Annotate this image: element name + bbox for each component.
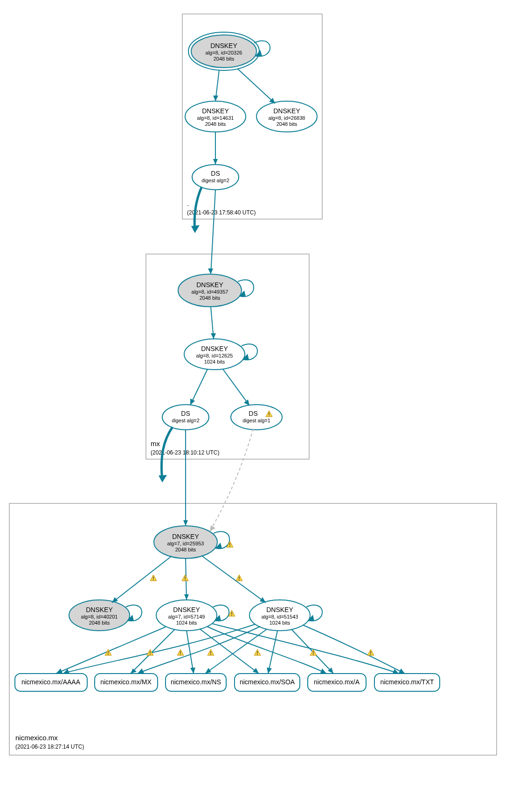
- rr-aaaa: nicmexico.mx/AAAA: [15, 674, 87, 691]
- svg-text:nicmexico.mx/SOA: nicmexico.mx/SOA: [240, 678, 295, 686]
- rr-mx: nicmexico.mx/MX: [95, 674, 158, 691]
- svg-marker-40: [211, 333, 216, 339]
- zone-nic-timestamp: (2021-06-23 18:27:14 UTC): [15, 743, 84, 750]
- svg-marker-92: [131, 668, 137, 674]
- svg-text:alg=8, id=12625: alg=8, id=12625: [196, 353, 233, 358]
- edge-nic-ksk-key2: [112, 556, 172, 603]
- svg-marker-95: [320, 668, 326, 674]
- svg-text:DNSKEY: DNSKEY: [202, 107, 229, 115]
- zone-nic-label: nicmexico.mx: [15, 734, 58, 742]
- svg-text:nicmexico.mx/MX: nicmexico.mx/MX: [100, 678, 152, 686]
- svg-text:alg=8, id=49357: alg=8, id=49357: [192, 289, 228, 295]
- svg-text:nicmexico.mx/TXT: nicmexico.mx/TXT: [380, 678, 434, 686]
- svg-text:alg=8, id=26838: alg=8, id=26838: [269, 115, 305, 121]
- edge-root-ds-mx: [211, 190, 215, 274]
- zone-root-timestamp: (2021-06-23 17:58:40 UTC): [187, 209, 256, 216]
- edge-root-ksk-key2: [238, 69, 275, 103]
- svg-text:DNSKEY: DNSKEY: [86, 606, 113, 613]
- svg-text:DS: DS: [249, 410, 257, 417]
- svg-text:1024 bits: 1024 bits: [176, 620, 197, 626]
- svg-marker-20: [191, 225, 200, 233]
- svg-text:digest alg=2: digest alg=2: [172, 418, 200, 423]
- svg-marker-99: [205, 668, 211, 674]
- svg-text:DS: DS: [181, 410, 190, 417]
- svg-marker-43: [159, 475, 167, 482]
- svg-text:alg=7, id=25953: alg=7, id=25953: [167, 541, 204, 546]
- edge-ziskb-txt: [303, 625, 405, 674]
- node-nic-ziska: DNSKEY alg=7, id=57149 1024 bits: [156, 600, 217, 631]
- svg-text:digest alg=1: digest alg=1: [242, 418, 270, 423]
- svg-marker-45: [210, 525, 215, 531]
- svg-text:2048 bits: 2048 bits: [89, 620, 110, 626]
- svg-text:DNSKEY: DNSKEY: [196, 281, 223, 289]
- svg-text:digest alg=2: digest alg=2: [201, 178, 229, 183]
- svg-text:DNSKEY: DNSKEY: [266, 606, 293, 613]
- edge-ziskb-soa: [268, 631, 277, 674]
- node-root-key2: DNSKEY alg=8, id=26838 2048 bits: [256, 101, 317, 132]
- svg-text:!: !: [268, 412, 270, 417]
- svg-text:!: !: [231, 612, 232, 617]
- svg-text:DNSKEY: DNSKEY: [273, 107, 300, 115]
- warning-icon: !: [236, 575, 242, 581]
- node-nic-ksk: DNSKEY alg=7, id=25953 2048 bits: [154, 526, 217, 558]
- svg-text:!: !: [107, 651, 109, 656]
- svg-text:!: !: [312, 651, 314, 656]
- svg-text:1024 bits: 1024 bits: [270, 620, 291, 626]
- svg-marker-42: [244, 399, 249, 406]
- svg-text:!: !: [152, 576, 154, 581]
- rr-soa: nicmexico.mx/SOA: [235, 674, 300, 691]
- svg-text:nicmexico.mx/AAAA: nicmexico.mx/AAAA: [21, 678, 81, 686]
- dnssec-diagram: . (2021-06-23 17:58:40 UTC) mx (2021-06-…: [0, 0, 505, 812]
- edge-ziska-ns: [187, 631, 194, 674]
- warning-icon: !: [177, 649, 184, 656]
- svg-text:!: !: [370, 651, 371, 656]
- svg-text:alg=7, id=57149: alg=7, id=57149: [168, 614, 205, 619]
- node-mx-zsk: DNSKEY alg=8, id=12625 1024 bits: [184, 339, 245, 370]
- svg-text:DNSKEY: DNSKEY: [173, 606, 200, 613]
- node-mx-ds2: DS digest alg=1: [231, 405, 282, 430]
- svg-text:!: !: [238, 576, 240, 581]
- svg-text:!: !: [256, 651, 258, 656]
- svg-marker-19: [213, 159, 218, 165]
- svg-text:2048 bits: 2048 bits: [205, 121, 226, 127]
- warning-icon: !: [150, 575, 157, 581]
- warning-icon: !: [208, 649, 214, 656]
- svg-marker-94: [253, 668, 259, 674]
- rr-a: nicmexico.mx/A: [308, 674, 366, 691]
- svg-text:DNSKEY: DNSKEY: [201, 345, 228, 352]
- node-nic-key2: DNSKEY alg=8, id=40201 2048 bits: [69, 600, 130, 631]
- svg-text:alg=8, id=20326: alg=8, id=20326: [206, 50, 242, 55]
- svg-text:2048 bits: 2048 bits: [175, 547, 196, 552]
- zone-nic-box: [9, 503, 497, 755]
- svg-text:nicmexico.mx/NS: nicmexico.mx/NS: [171, 678, 221, 686]
- warning-icon: !: [367, 649, 374, 656]
- svg-text:alg=8, id=14631: alg=8, id=14631: [197, 115, 234, 121]
- rr-ns: nicmexico.mx/NS: [166, 674, 226, 691]
- svg-marker-71: [184, 594, 189, 600]
- node-root-ksk: DNSKEY alg=8, id=20326 2048 bits: [188, 32, 259, 70]
- warning-icon: !: [182, 575, 188, 581]
- svg-marker-72: [260, 597, 266, 603]
- rr-txt: nicmexico.mx/TXT: [374, 674, 440, 691]
- node-root-zsk: DNSKEY alg=8, id=14631 2048 bits: [185, 101, 246, 132]
- svg-text:!: !: [180, 651, 181, 656]
- svg-text:DNSKEY: DNSKEY: [210, 42, 237, 49]
- edge-ziska-mx: [131, 629, 175, 674]
- svg-text:!: !: [184, 576, 186, 581]
- svg-text:DS: DS: [211, 170, 220, 177]
- edge-mx-zsk-ds1: [190, 369, 208, 405]
- edge-ziskb-mx: [138, 626, 260, 674]
- edge-ziska-aaaa: [56, 627, 166, 674]
- node-mx-ksk: DNSKEY alg=8, id=49357 2048 bits: [178, 274, 242, 307]
- zone-mx-label: mx: [151, 440, 160, 447]
- svg-point-35: [231, 405, 282, 430]
- svg-marker-100: [267, 667, 272, 674]
- node-nic-ziskb: DNSKEY alg=8, id=51543 1024 bits: [249, 600, 310, 631]
- svg-marker-44: [183, 520, 188, 526]
- svg-marker-93: [190, 667, 195, 674]
- svg-point-14: [192, 165, 239, 190]
- svg-text:alg=8, id=51543: alg=8, id=51543: [262, 614, 298, 619]
- zone-root-label: .: [187, 200, 189, 207]
- warning-icon: !: [228, 610, 235, 617]
- zone-mx-timestamp: (2021-06-23 18:10:12 UTC): [151, 449, 219, 456]
